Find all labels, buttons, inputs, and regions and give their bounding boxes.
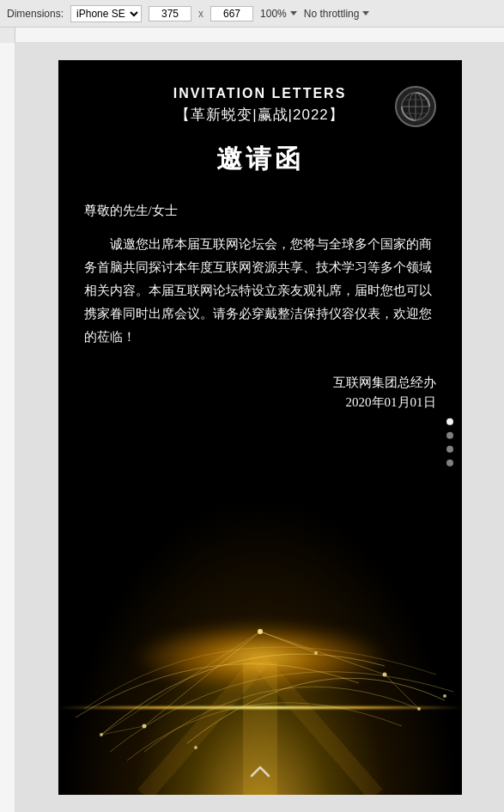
pagination-dot-1[interactable]	[446, 418, 453, 424]
height-input[interactable]	[210, 6, 253, 21]
main-invitation-title: 邀请函	[84, 142, 436, 177]
ruler-row	[0, 27, 504, 43]
pagination-dot-4[interactable]	[446, 459, 453, 466]
logo-circle	[395, 86, 436, 127]
ruler-vertical	[0, 43, 15, 812]
body-paragraph: 诚邀您出席本届互联网论坛会，您将与全球多个国家的商务首脑共同探讨本年度互联网资源…	[84, 233, 436, 349]
greeting-text: 尊敬的先生/女士	[84, 203, 436, 219]
svg-point-7	[443, 694, 446, 698]
toolbar: Dimensions: iPhone SE x 100% No throttli…	[0, 0, 504, 27]
header-section: INVITATION LETTERS 【革新蜕变|赢战|2022】	[84, 86, 436, 125]
dimensions-label: Dimensions:	[7, 8, 64, 20]
zoom-level-label: 100%	[260, 8, 287, 20]
card-content: INVITATION LETTERS 【革新蜕变|赢战|2022】	[58, 60, 462, 437]
pagination-dot-3[interactable]	[446, 445, 453, 452]
signature-org: 互联网集团总经办	[84, 375, 436, 391]
svg-line-10	[260, 662, 376, 795]
scroll-up-arrow[interactable]	[250, 764, 270, 782]
throttling-label: No throttling	[304, 8, 360, 20]
pagination-dots	[446, 418, 453, 466]
throttling-selector[interactable]: No throttling	[304, 8, 370, 20]
signature-section: 互联网集团总经办 2020年01月01日	[84, 375, 436, 411]
throttling-chevron-icon	[362, 11, 369, 15]
main-area: INVITATION LETTERS 【革新蜕变|赢战|2022】	[0, 43, 504, 812]
chevron-up-icon	[250, 764, 270, 778]
svg-line-9	[144, 662, 260, 795]
header-text: INVITATION LETTERS 【革新蜕变|赢战|2022】	[84, 86, 436, 125]
phone-card: INVITATION LETTERS 【革新蜕变|赢战|2022】	[58, 60, 462, 795]
globe-background	[58, 494, 462, 795]
logo-icon	[400, 91, 431, 122]
width-input[interactable]	[149, 6, 191, 21]
dimensions-cross: x	[198, 8, 203, 20]
network-lines-svg	[58, 494, 462, 795]
zoom-chevron-icon	[290, 11, 297, 15]
canvas-area: INVITATION LETTERS 【革新蜕变|赢战|2022】	[15, 43, 504, 812]
signature-date: 2020年01月01日	[84, 394, 436, 411]
invitation-letters-title: INVITATION LETTERS	[84, 86, 436, 101]
title-chinese: 【革新蜕变|赢战|2022】	[84, 105, 436, 125]
ruler-horizontal	[15, 27, 504, 42]
pagination-dot-2[interactable]	[446, 431, 453, 438]
device-selector[interactable]: iPhone SE	[70, 5, 142, 22]
zoom-selector[interactable]: 100%	[260, 8, 297, 20]
ruler-corner	[0, 27, 15, 43]
device-dropdown[interactable]: iPhone SE	[70, 5, 142, 22]
